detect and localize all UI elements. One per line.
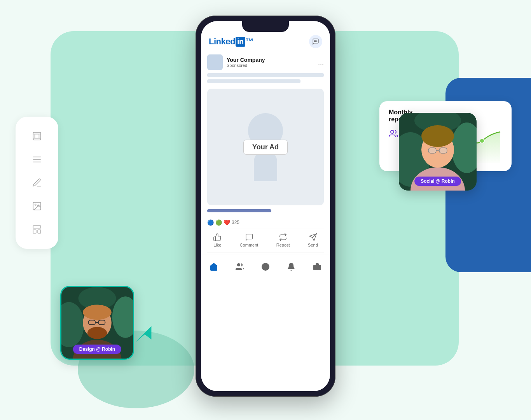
message-icon[interactable]: [309, 35, 322, 48]
company-name: Your Company: [227, 57, 265, 63]
svg-point-18: [316, 41, 317, 42]
your-ad-label: Your Ad: [243, 140, 288, 155]
design-profile-card[interactable]: Design @ Robin: [60, 286, 134, 360]
reactions-count: 325: [232, 220, 239, 225]
layout-icon[interactable]: [30, 222, 44, 236]
edit-icon[interactable]: [30, 176, 44, 190]
sponsored-label: Sponsored: [227, 63, 265, 68]
like-button[interactable]: Like: [213, 233, 222, 247]
divider-2: [207, 252, 324, 252]
nav-home[interactable]: [209, 262, 218, 271]
list-icon[interactable]: [30, 152, 44, 166]
svg-point-21: [237, 263, 240, 266]
svg-rect-15: [38, 230, 41, 233]
report-stat-icon: [389, 129, 398, 140]
svg-rect-46: [439, 148, 447, 153]
phone-mockup: Linkedin™ Your Company: [196, 16, 335, 397]
svg-rect-1: [35, 134, 39, 138]
svg-point-49: [480, 138, 484, 143]
linkedin-logo: Linkedin™: [209, 37, 253, 47]
nav-notifications[interactable]: [286, 262, 296, 271]
social-card-label: Social @ Robin: [414, 177, 461, 186]
bottom-nav: [201, 254, 330, 279]
repost-button[interactable]: Repost: [276, 233, 290, 247]
send-button[interactable]: Send: [308, 233, 318, 247]
divider: [207, 229, 324, 229]
nav-jobs[interactable]: [313, 262, 322, 271]
svg-point-48: [391, 130, 394, 133]
svg-marker-37: [135, 326, 152, 343]
tool-panel: [16, 117, 58, 249]
design-card-label: Design @ Robin: [73, 345, 121, 354]
svg-rect-14: [33, 230, 36, 233]
action-row: Like Comment Repost Send: [201, 231, 330, 250]
frame-icon[interactable]: [30, 129, 44, 143]
feed-post: Your Company Sponsored ... Your Ad: [201, 51, 330, 391]
nav-network[interactable]: [235, 262, 245, 271]
svg-rect-0: [33, 132, 41, 140]
svg-point-16: [314, 41, 315, 42]
social-profile-card[interactable]: Social @ Robin: [399, 113, 477, 191]
svg-point-32: [87, 327, 107, 339]
svg-point-33: [83, 305, 112, 320]
ad-area: Your Ad: [207, 89, 324, 205]
svg-point-10: [35, 204, 36, 205]
reactions-row: 🔵 🟢 ❤️ 325: [201, 218, 330, 227]
phone-notch: [242, 21, 289, 32]
image-add-icon[interactable]: [30, 199, 44, 213]
nav-add[interactable]: [261, 262, 270, 271]
comment-button[interactable]: Comment: [240, 233, 259, 247]
svg-rect-13: [33, 226, 41, 228]
post-text-placeholder: [201, 73, 330, 89]
linkedin-header: Linkedin™: [201, 32, 330, 51]
post-progress-bar: [201, 209, 330, 218]
more-options[interactable]: ...: [318, 58, 324, 66]
company-avatar: [207, 54, 223, 70]
svg-point-44: [421, 125, 454, 147]
svg-rect-45: [428, 148, 436, 153]
svg-point-17: [315, 41, 316, 42]
svg-point-22: [262, 263, 269, 271]
